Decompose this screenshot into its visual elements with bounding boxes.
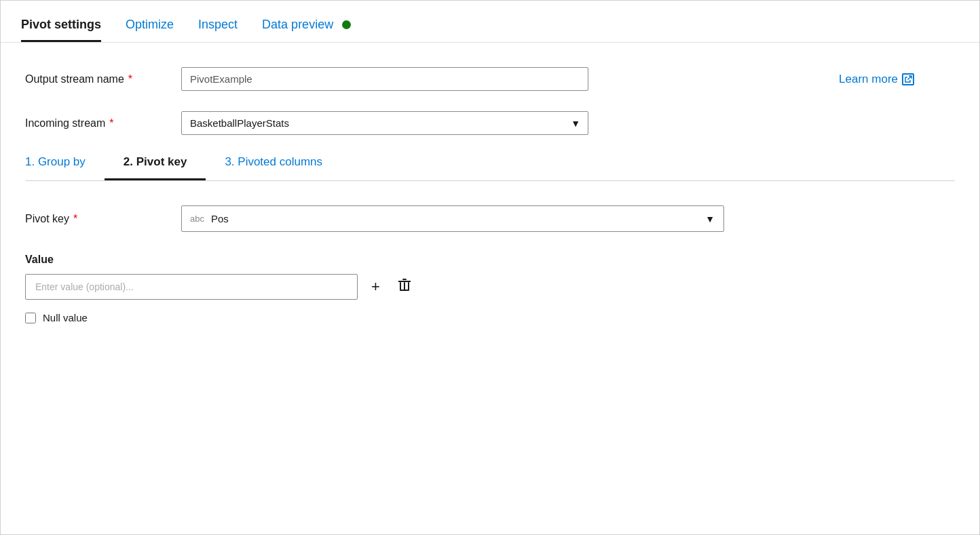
tab-bar: Pivot settings Optimize Inspect Data pre… [1, 1, 979, 43]
svg-rect-5 [400, 290, 409, 291]
incoming-stream-select[interactable]: BasketballPlayerStats [181, 111, 588, 135]
sub-tab-pivoted-columns[interactable]: 3. Pivoted columns [206, 155, 341, 180]
svg-rect-1 [402, 279, 407, 280]
sub-tab-pivot-key[interactable]: 2. Pivot key [105, 155, 206, 180]
pivot-key-row: Pivot key * abc Pos ▼ [25, 205, 955, 232]
main-content: Output stream name * Learn more Incoming… [1, 43, 979, 534]
sub-tab-bar: 1. Group by 2. Pivot key 3. Pivoted colu… [25, 155, 955, 181]
incoming-stream-label: Incoming stream * [25, 117, 181, 130]
svg-rect-4 [408, 282, 409, 290]
pivot-key-select[interactable]: abc Pos [181, 205, 724, 232]
trash-icon [396, 277, 413, 297]
pivot-key-select-wrapper: abc Pos ▼ [181, 205, 724, 232]
tab-pivot-settings[interactable]: Pivot settings [21, 18, 101, 42]
output-stream-name-input[interactable] [181, 67, 588, 91]
tab-data-preview[interactable]: Data preview [262, 18, 351, 42]
add-value-button[interactable]: + [369, 275, 383, 298]
tab-optimize[interactable]: Optimize [126, 18, 174, 42]
incoming-stream-required: * [109, 117, 113, 130]
output-stream-name-required: * [128, 73, 132, 85]
type-badge: abc [190, 214, 204, 224]
learn-more-link[interactable]: Learn more [839, 73, 955, 86]
svg-rect-0 [398, 281, 411, 282]
sub-tab-group-by[interactable]: 1. Group by [25, 155, 105, 180]
delete-value-button[interactable] [394, 274, 415, 300]
incoming-stream-select-wrapper: BasketballPlayerStats ▼ [181, 111, 588, 135]
null-value-label: Null value [43, 312, 88, 323]
value-section: Value + [25, 254, 955, 323]
external-link-icon [902, 73, 914, 85]
value-label: Value [25, 254, 955, 266]
null-value-checkbox[interactable] [25, 313, 36, 323]
tab-inspect[interactable]: Inspect [198, 18, 238, 42]
pivot-key-label: Pivot key * [25, 213, 181, 225]
data-preview-status-dot [342, 20, 351, 29]
null-value-row: Null value [25, 312, 955, 323]
value-input[interactable] [25, 274, 358, 300]
incoming-stream-row: Incoming stream * BasketballPlayerStats … [25, 111, 955, 135]
pivot-key-required: * [73, 213, 77, 225]
output-stream-name-label: Output stream name * [25, 73, 181, 85]
svg-rect-3 [404, 282, 405, 290]
svg-rect-2 [400, 282, 401, 290]
value-row: + [25, 274, 955, 300]
output-stream-name-row: Output stream name * Learn more [25, 67, 955, 91]
pivot-key-value: Pos [211, 213, 229, 224]
